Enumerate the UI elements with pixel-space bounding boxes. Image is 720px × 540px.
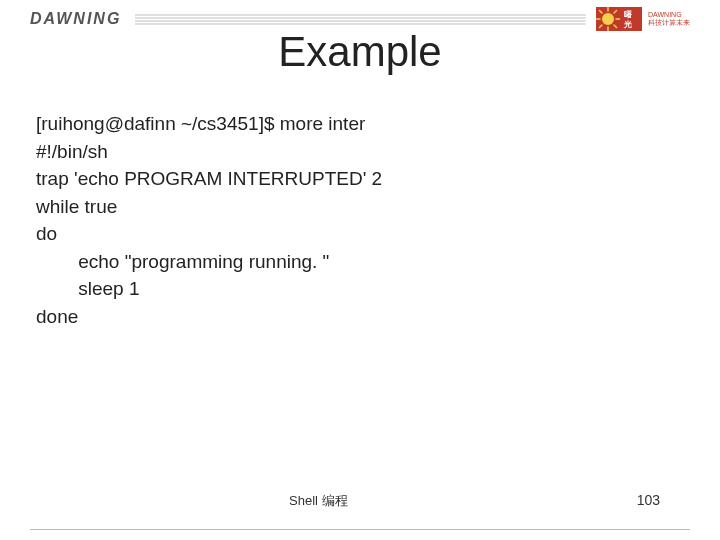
slide-footer: Shell 编程 103	[0, 492, 720, 510]
brand-left-text: DAWNING	[30, 10, 121, 28]
brand-right-caption: DAWNING 科技计算未来	[648, 11, 690, 26]
svg-text:曙: 曙	[624, 10, 632, 19]
slide-title: Example	[0, 28, 720, 76]
page-number: 103	[637, 492, 660, 508]
brand-right-sub: 科技计算未来	[648, 19, 690, 27]
svg-point-13	[602, 13, 614, 25]
footer-rule-line	[30, 529, 690, 530]
header-rule-lines	[135, 13, 586, 25]
code-example-block: [ruihong@dafinn ~/cs3451]$ more inter #!…	[36, 110, 684, 330]
footer-label: Shell 编程	[0, 492, 637, 510]
brand-right-top: DAWNING	[648, 11, 690, 19]
